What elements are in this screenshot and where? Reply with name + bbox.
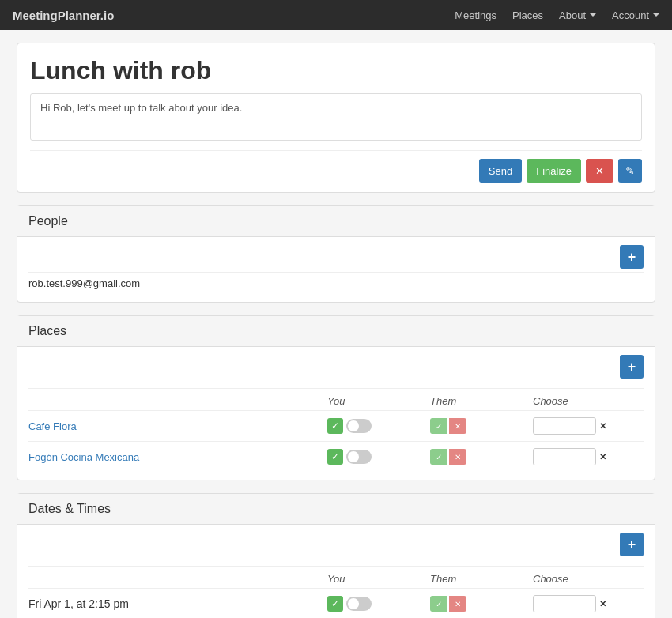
navbar: MeetingPlanner.io Meetings Places About … bbox=[0, 0, 672, 30]
date-them-toggle-1: ✓ ✕ bbox=[430, 596, 533, 612]
meeting-description: Hi Rob, let's meet up to talk about your… bbox=[30, 93, 642, 141]
table-row: Fri Apr 1, at 2:15 pm ✓ ✓ ✕ ✕ bbox=[28, 588, 644, 618]
dates-card-body: + You Them Choose Fri Apr 1, at 2:15 pm … bbox=[17, 525, 655, 618]
main-content: Lunch with rob Hi Rob, let's meet up to … bbox=[4, 30, 668, 618]
meeting-title-section: Lunch with rob Hi Rob, let's meet up to … bbox=[17, 43, 655, 193]
dates-section-title: Dates & Times bbox=[17, 494, 655, 525]
meeting-actions: Send Finalize ✕ ✎ bbox=[30, 150, 642, 183]
them-right-icon-2[interactable]: ✕ bbox=[449, 449, 466, 465]
date-choose-1: ✕ bbox=[533, 595, 644, 612]
place-them-toggle-1: ✓ ✕ bbox=[430, 418, 533, 434]
them-left-icon-1[interactable]: ✓ bbox=[430, 418, 447, 434]
add-place-button[interactable]: + bbox=[620, 355, 644, 379]
dates-col-choose: Choose bbox=[533, 573, 644, 585]
dates-col-them: Them bbox=[430, 573, 533, 585]
edit-pencil-icon: ✎ bbox=[625, 164, 635, 177]
meeting-title: Lunch with rob bbox=[30, 56, 642, 85]
add-person-button[interactable]: + bbox=[620, 245, 644, 269]
places-card: Places + You Them Choose Cafe Flora ✓ ✓ … bbox=[17, 315, 655, 480]
place-you-toggle-1: ✓ bbox=[327, 418, 430, 434]
places-col-choose: Choose bbox=[533, 395, 644, 407]
place-choose-2: ✕ bbox=[533, 448, 644, 465]
them-right-icon-1[interactable]: ✕ bbox=[449, 418, 466, 434]
place-you-toggle-2: ✓ bbox=[327, 449, 430, 465]
place-choose-input-1[interactable] bbox=[533, 417, 596, 435]
places-col-them: Them bbox=[430, 395, 533, 407]
dates-table-header: You Them Choose bbox=[28, 566, 644, 588]
navbar-links: Meetings Places About Account bbox=[455, 9, 659, 21]
table-row: Fogón Cocina Mexicana ✓ ✓ ✕ ✕ bbox=[28, 441, 644, 472]
add-date-button[interactable]: + bbox=[620, 533, 644, 556]
finalize-button[interactable]: Finalize bbox=[527, 159, 581, 183]
navbar-brand: MeetingPlanner.io bbox=[13, 9, 455, 22]
place-them-toggle-2: ✓ ✕ bbox=[430, 449, 533, 465]
nav-account[interactable]: Account bbox=[612, 9, 659, 21]
date-you-toggle-1: ✓ bbox=[327, 596, 430, 612]
dates-col-you: You bbox=[327, 573, 430, 585]
date-them-left-icon-1[interactable]: ✓ bbox=[430, 596, 447, 612]
about-caret-icon bbox=[590, 13, 596, 17]
people-card-body: + rob.test.999@gmail.com bbox=[17, 237, 655, 302]
nav-places[interactable]: Places bbox=[512, 9, 543, 21]
send-button[interactable]: Send bbox=[479, 159, 522, 183]
people-card: People + rob.test.999@gmail.com bbox=[17, 205, 655, 303]
account-caret-icon bbox=[653, 13, 659, 17]
date-label-1: Fri Apr 1, at 2:15 pm bbox=[28, 597, 327, 610]
place-choose-x-1[interactable]: ✕ bbox=[599, 421, 606, 431]
place-choose-x-2[interactable]: ✕ bbox=[599, 452, 606, 462]
places-col-you: You bbox=[327, 395, 430, 407]
places-card-body: + You Them Choose Cafe Flora ✓ ✓ ✕ bbox=[17, 347, 655, 480]
place-choose-1: ✕ bbox=[533, 417, 644, 435]
place-link-2[interactable]: Fogón Cocina Mexicana bbox=[28, 451, 327, 463]
nav-meetings[interactable]: Meetings bbox=[455, 9, 496, 21]
them-left-icon-2[interactable]: ✓ bbox=[430, 449, 447, 465]
people-email: rob.test.999@gmail.com bbox=[28, 272, 644, 294]
date-choose-x-1[interactable]: ✕ bbox=[599, 599, 606, 609]
delete-button[interactable]: ✕ bbox=[586, 159, 613, 183]
place-link-1[interactable]: Cafe Flora bbox=[28, 420, 327, 432]
edit-button[interactable]: ✎ bbox=[618, 159, 642, 183]
date-you-switch-1[interactable] bbox=[346, 597, 372, 611]
dates-card: Dates & Times + You Them Choose Fri Apr … bbox=[17, 493, 655, 618]
you-switch-2[interactable] bbox=[346, 450, 372, 464]
table-row: Cafe Flora ✓ ✓ ✕ ✕ bbox=[28, 410, 644, 441]
people-section-title: People bbox=[17, 206, 655, 237]
date-choose-input-1[interactable] bbox=[533, 595, 596, 612]
you-checkbox-2[interactable]: ✓ bbox=[327, 449, 343, 465]
places-section-title: Places bbox=[17, 316, 655, 347]
date-you-checkbox-1[interactable]: ✓ bbox=[327, 596, 343, 612]
place-choose-input-2[interactable] bbox=[533, 448, 596, 465]
nav-about[interactable]: About bbox=[559, 9, 596, 21]
delete-icon: ✕ bbox=[595, 165, 604, 177]
you-checkbox-1[interactable]: ✓ bbox=[327, 418, 343, 434]
you-switch-1[interactable] bbox=[346, 419, 372, 433]
places-table-header: You Them Choose bbox=[28, 388, 644, 410]
date-them-right-icon-1[interactable]: ✕ bbox=[449, 596, 466, 612]
